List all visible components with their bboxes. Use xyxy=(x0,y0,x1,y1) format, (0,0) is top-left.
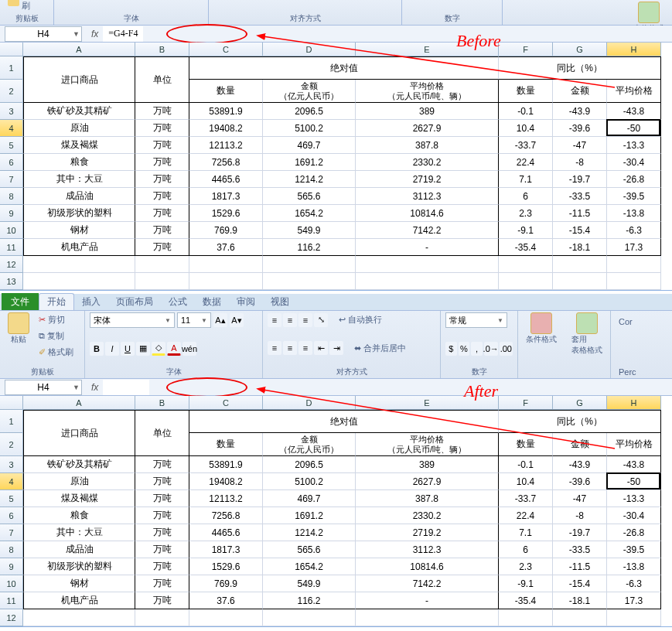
fx-icon2[interactable]: fx xyxy=(91,382,98,393)
tab-home[interactable]: 开始 xyxy=(39,293,74,310)
rowhdr-12[interactable]: 12 xyxy=(0,256,23,273)
cut-button[interactable]: ✂剪切 xyxy=(36,312,77,327)
rowhdr-10[interactable]: 10 xyxy=(0,222,23,239)
rowhdr-11[interactable]: 11 xyxy=(0,592,23,609)
rowhdr-13[interactable]: 13 xyxy=(0,273,23,290)
align-right[interactable]: ≡ xyxy=(298,341,312,355)
table-row[interactable]: 铁矿砂及其精矿万吨53891.92096.5389-0.1-43.9-43.8 xyxy=(23,103,661,120)
copy-button[interactable]: ⧉复制 xyxy=(36,329,77,343)
number-format-select[interactable]: 常规▼ xyxy=(445,312,507,328)
wrap-button[interactable]: ↩自动换行 xyxy=(336,312,385,327)
table-row[interactable]: 初级形状的塑料万吨1529.61654.210814.62.3-11.5-13.… xyxy=(23,558,661,575)
rowhdr-2[interactable]: 2 xyxy=(0,433,23,456)
file-tab[interactable]: 文件 xyxy=(2,293,39,310)
table-style-button2[interactable]: 套用 表格格式 xyxy=(568,312,605,356)
align-mid[interactable]: ≡ xyxy=(283,313,297,327)
colhdr2-D[interactable]: D xyxy=(263,396,356,410)
colhdr2-H[interactable]: H xyxy=(607,396,661,410)
italic-button[interactable]: I xyxy=(105,342,119,356)
rowhdr-5[interactable]: 5 xyxy=(0,137,23,154)
rowhdr-3[interactable]: 3 xyxy=(0,103,23,120)
rowhdr-8[interactable]: 8 xyxy=(0,541,23,558)
table-row[interactable]: 成品油万吨1817.3565.63112.36-33.5-39.5 xyxy=(23,188,661,205)
rowhdr-9[interactable]: 9 xyxy=(0,558,23,575)
rowhdr-10[interactable]: 10 xyxy=(0,575,23,592)
font-color-button[interactable]: A xyxy=(167,342,181,356)
namebox-dropdown-icon2[interactable]: ▼ xyxy=(73,384,80,391)
table-row[interactable]: 初级形状的塑料万吨1529.61654.210814.62.3-11.5-13.… xyxy=(23,205,661,222)
table-row[interactable]: 煤及褐煤万吨12113.2469.7387.8-33.7-47-13.3 xyxy=(23,490,661,507)
table-row[interactable]: 成品油万吨1817.3565.63112.36-33.5-39.5 xyxy=(23,541,661,558)
table-row[interactable]: 钢材万吨769.9549.97142.2-9.1-15.4-6.3 xyxy=(23,222,661,239)
colhdr2-B[interactable]: B xyxy=(135,396,189,410)
rowhdr-1[interactable]: 1 xyxy=(0,410,23,433)
table-row[interactable]: 粮食万吨7256.81691.22330.222.4-8-30.4 xyxy=(23,154,661,171)
phonetic-button[interactable]: wén xyxy=(182,342,196,356)
merge-button[interactable]: ⬌合并后居中 xyxy=(351,341,409,356)
cells-after[interactable]: 进口商品单位绝对值同比（%）数量金额 （亿元人民币）平均价格 （元人民币/吨、辆… xyxy=(23,410,661,626)
brush-button[interactable]: ✐格式刷 xyxy=(36,345,77,360)
rowhdr-12[interactable]: 12 xyxy=(0,609,23,626)
cells-before[interactable]: 进口商品单位绝对值同比（%）数量金额 （亿元人民币）平均价格 （元人民币/吨、辆… xyxy=(23,56,661,290)
align-top[interactable]: ≡ xyxy=(268,313,281,327)
border-button[interactable]: ▦ xyxy=(136,342,150,356)
tab-layout[interactable]: 页面布局 xyxy=(108,293,161,310)
dec-inc[interactable]: .0→ xyxy=(484,342,498,356)
align-left[interactable]: ≡ xyxy=(268,341,281,355)
table-row[interactable]: 其中：大豆万吨4465.61214.22719.27.1-19.7-26.8 xyxy=(23,524,661,541)
colhdr2-A[interactable]: A xyxy=(23,396,135,410)
tab-view[interactable]: 视图 xyxy=(263,293,297,310)
truncated-2[interactable]: Perc xyxy=(616,366,640,378)
tab-review[interactable]: 审阅 xyxy=(229,293,263,310)
name-box-before[interactable]: H4 ▼ xyxy=(5,26,82,42)
table-row[interactable]: 其中：大豆万吨4465.61214.22719.27.1-19.7-26.8 xyxy=(23,171,661,188)
font-select[interactable]: 宋体▼ xyxy=(90,312,175,328)
rowhdr-6[interactable]: 6 xyxy=(0,507,23,524)
table-row[interactable]: 原油万吨19408.25100.22627.910.4-39.6-50 xyxy=(23,120,661,137)
table-row[interactable]: 机电产品万吨37.6116.2--35.4-18.117.3 xyxy=(23,239,661,256)
rowhdr-6[interactable]: 6 xyxy=(0,154,23,171)
sheet-before[interactable]: A B C D E F G H 12345678910111213 进口商品单位… xyxy=(0,43,672,290)
underline-button[interactable]: U xyxy=(121,342,135,356)
table-row[interactable]: 煤及褐煤万吨12113.2469.7387.8-33.7-47-13.3 xyxy=(23,137,661,154)
colhdr-C[interactable]: C xyxy=(189,43,263,56)
cond-format-button[interactable]: 条件格式 xyxy=(523,312,560,345)
align-center[interactable]: ≡ xyxy=(283,341,297,355)
rowhdr-3[interactable]: 3 xyxy=(0,456,23,473)
grow-font[interactable]: A▴ xyxy=(213,313,227,327)
tab-formula[interactable]: 公式 xyxy=(161,293,195,310)
colhdr-D[interactable]: D xyxy=(263,43,356,56)
rowhdr-8[interactable]: 8 xyxy=(0,188,23,205)
name-box-after[interactable]: H4 ▼ xyxy=(5,380,82,395)
colhdr2-G[interactable]: G xyxy=(553,396,607,410)
currency-button[interactable]: $ xyxy=(445,342,457,356)
colhdr-F[interactable]: F xyxy=(499,43,553,56)
table-row[interactable]: 机电产品万吨37.6116.2--35.4-18.117.3 xyxy=(23,592,661,609)
indent-inc[interactable]: ⇥ xyxy=(329,341,343,355)
rowhdr-9[interactable]: 9 xyxy=(0,205,23,222)
colhdr-H[interactable]: H xyxy=(607,43,661,56)
rowhdr-7[interactable]: 7 xyxy=(0,171,23,188)
colhdr-B[interactable]: B xyxy=(135,43,189,56)
table-row[interactable]: 原油万吨19408.25100.22627.910.4-39.6-50 xyxy=(23,473,661,490)
table-row[interactable]: 粮食万吨7256.81691.22330.222.4-8-30.4 xyxy=(23,507,661,524)
paste-button[interactable]: 粘贴 xyxy=(5,312,32,360)
select-all-corner2[interactable] xyxy=(0,396,23,410)
font-size[interactable]: 11▼ xyxy=(177,312,211,328)
orientation[interactable]: ⤡ xyxy=(314,313,328,327)
fill-button[interactable]: ◇ xyxy=(152,342,165,356)
rowhdr-1[interactable]: 1 xyxy=(0,56,23,80)
rowhdr-2[interactable]: 2 xyxy=(0,80,23,103)
comma-button[interactable]: , xyxy=(471,342,483,356)
colhdr2-C[interactable]: C xyxy=(189,396,263,410)
formula-input-after[interactable] xyxy=(103,380,149,395)
table-row[interactable]: 钢材万吨769.9549.97142.2-9.1-15.4-6.3 xyxy=(23,575,661,592)
rowhdr-11[interactable]: 11 xyxy=(0,239,23,256)
table-row[interactable]: 铁矿砂及其精矿万吨53891.92096.5389-0.1-43.9-43.8 xyxy=(23,456,661,473)
colhdr2-F[interactable]: F xyxy=(499,396,553,410)
tab-insert[interactable]: 插入 xyxy=(74,293,108,310)
fx-icon[interactable]: fx xyxy=(91,29,98,39)
truncated-1[interactable]: Cor xyxy=(616,316,640,328)
rowhdr-5[interactable]: 5 xyxy=(0,490,23,507)
select-all-corner[interactable] xyxy=(0,43,23,56)
